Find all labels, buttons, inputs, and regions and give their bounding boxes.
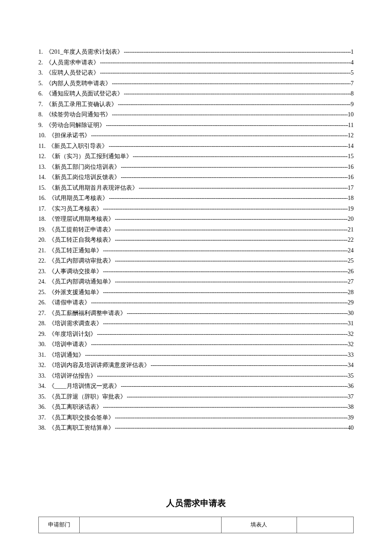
toc-item-page: 7 bbox=[351, 78, 354, 89]
table-of-contents: 1.《201_年度人员需求计划表》12.《人员需求申请表》43.《应聘人员登记表… bbox=[38, 47, 354, 434]
toc-item: 9.《劳动合同解除证明》11 bbox=[38, 120, 354, 131]
toc-leader-line bbox=[102, 204, 348, 214]
toc-item: 26.《请假申请表》29 bbox=[38, 298, 354, 308]
toc-item: 6.《通知应聘人员面试登记表》8 bbox=[38, 89, 354, 99]
toc-leader-line bbox=[126, 392, 348, 402]
toc-item-page: 9 bbox=[351, 99, 354, 110]
toc-leader-line bbox=[111, 110, 348, 120]
toc-item-page: 19 bbox=[348, 204, 354, 214]
toc-item-title: 《新员工试用期首月表现评估表》 bbox=[49, 183, 138, 194]
toc-item: 17.《实习员工考核表》19 bbox=[38, 204, 354, 214]
toc-item: 2.《人员需求申请表》4 bbox=[38, 58, 354, 68]
toc-item-number: 27. bbox=[38, 308, 46, 319]
toc-item: 7.《新员工录用工资确认表》9 bbox=[38, 99, 354, 110]
toc-item-page: 16 bbox=[348, 162, 354, 173]
toc-leader-line bbox=[123, 89, 351, 99]
toc-item-title: 《通知应聘人员面试登记表》 bbox=[46, 89, 123, 99]
toc-item-title: 《应聘人员登记表》 bbox=[46, 68, 99, 78]
toc-item-number: 24. bbox=[38, 277, 46, 287]
toc-item-number: 12. bbox=[38, 151, 46, 162]
toc-item-number: 6. bbox=[38, 89, 43, 99]
toc-leader-line bbox=[90, 339, 348, 350]
toc-item-number: 5. bbox=[38, 78, 43, 89]
toc-item: 30.《培训申请表》32 bbox=[38, 339, 354, 350]
toc-leader-line bbox=[114, 256, 348, 266]
toc-item: 5.《内部人员竞聘申请表》7 bbox=[38, 78, 354, 89]
request-form-table: 申请部门 填表人 bbox=[38, 517, 354, 533]
toc-item-title: 《员工离职交接会签单》 bbox=[49, 413, 114, 423]
toc-item-page: 17 bbox=[348, 183, 354, 194]
toc-item: 34.《____月培训情况一览表》36 bbox=[38, 381, 354, 392]
toc-leader-line bbox=[102, 318, 348, 329]
toc-item-title: 《培训通知》 bbox=[49, 350, 84, 361]
toc-item-title: 《年度培训计划》 bbox=[49, 329, 96, 340]
toc-item-page: 11 bbox=[348, 120, 354, 131]
toc-item-title: 《新员工岗位培训反馈表》 bbox=[49, 172, 120, 183]
toc-item-page: 31 bbox=[348, 318, 354, 329]
toc-item-page: 20 bbox=[348, 214, 354, 225]
toc-item-title: 《培训内容及培训讲师满意度评估表》 bbox=[49, 360, 150, 371]
toc-leader-line bbox=[90, 130, 348, 141]
toc-item-page: 36 bbox=[348, 381, 354, 392]
toc-leader-line bbox=[96, 371, 348, 382]
toc-item-number: 32. bbox=[38, 360, 46, 371]
toc-item-number: 20. bbox=[38, 235, 46, 246]
toc-item: 20.《员工转正自我考核表》22 bbox=[38, 235, 354, 246]
toc-item-title: 《员工转正自我考核表》 bbox=[49, 235, 114, 246]
toc-item-title: 《担保承诺书》 bbox=[49, 130, 90, 141]
cell-preparer-value bbox=[297, 517, 353, 533]
toc-item-number: 29. bbox=[38, 329, 46, 340]
toc-item-page: 14 bbox=[348, 141, 354, 152]
toc-item: 10.《担保承诺书》12 bbox=[38, 130, 354, 141]
toc-leader-line bbox=[102, 266, 348, 277]
toc-item-number: 16. bbox=[38, 193, 46, 204]
toc-item-page: 25 bbox=[348, 256, 354, 266]
toc-item-number: 14. bbox=[38, 172, 46, 183]
toc-item-page: 12 bbox=[348, 130, 354, 141]
toc-leader-line bbox=[105, 120, 348, 131]
toc-leader-line bbox=[138, 183, 348, 194]
toc-item-page: 4 bbox=[351, 58, 354, 68]
toc-item: 19.《员工提前转正申请表》21 bbox=[38, 225, 354, 235]
toc-leader-line bbox=[114, 225, 348, 235]
toc-item: 25.《外派支援通知单》28 bbox=[38, 287, 354, 298]
toc-leader-line bbox=[114, 413, 348, 423]
toc-leader-line bbox=[108, 193, 348, 204]
toc-leader-line bbox=[99, 58, 351, 68]
toc-leader-line bbox=[108, 141, 348, 152]
toc-leader-line bbox=[102, 246, 348, 256]
toc-item: 3.《应聘人员登记表》5 bbox=[38, 68, 354, 78]
toc-item: 1.《201_年度人员需求计划表》1 bbox=[38, 47, 354, 58]
cell-preparer-label: 填表人 bbox=[221, 517, 297, 533]
toc-item-title: 《培训申请表》 bbox=[49, 339, 90, 350]
toc-item-number: 1. bbox=[38, 47, 43, 58]
toc-item-page: 35 bbox=[348, 371, 354, 382]
toc-item-number: 31. bbox=[38, 350, 46, 361]
table-row: 申请部门 填表人 bbox=[39, 517, 354, 533]
toc-item: 28.《培训需求调查表》31 bbox=[38, 318, 354, 329]
toc-leader-line bbox=[150, 360, 348, 371]
toc-item-title: 《试用期员工考核表》 bbox=[49, 193, 108, 204]
toc-item-title: 《员工薪酬福利调整申请表》 bbox=[49, 308, 126, 319]
toc-item-number: 23. bbox=[38, 266, 46, 277]
toc-item: 11.《新员工入职引导表》14 bbox=[38, 141, 354, 152]
toc-item-page: 18 bbox=[348, 193, 354, 204]
toc-item-page: 1 bbox=[351, 47, 354, 58]
toc-item-title: 《员工内部调动审批表》 bbox=[49, 256, 114, 266]
toc-item-number: 7. bbox=[38, 99, 43, 110]
toc-item-title: 《____月培训情况一览表》 bbox=[49, 381, 120, 392]
toc-item-title: 《员工转正通知单》 bbox=[49, 246, 102, 256]
toc-item-title: 《新（实习）员工报到通知单》 bbox=[49, 151, 132, 162]
toc-item-number: 19. bbox=[38, 225, 46, 235]
toc-item: 13.《新员工部门岗位培训表》16 bbox=[38, 162, 354, 173]
toc-item-number: 35. bbox=[38, 392, 46, 402]
toc-item-page: 34 bbox=[348, 360, 354, 371]
toc-item-page: 33 bbox=[348, 350, 354, 361]
toc-item-title: 《201_年度人员需求计划表》 bbox=[46, 47, 123, 58]
toc-leader-line bbox=[120, 381, 348, 392]
toc-item: 16.《试用期员工考核表》18 bbox=[38, 193, 354, 204]
toc-item-number: 34. bbox=[38, 381, 46, 392]
toc-item-number: 17. bbox=[38, 204, 46, 214]
toc-item-page: 28 bbox=[348, 287, 354, 298]
toc-leader-line bbox=[120, 162, 348, 173]
